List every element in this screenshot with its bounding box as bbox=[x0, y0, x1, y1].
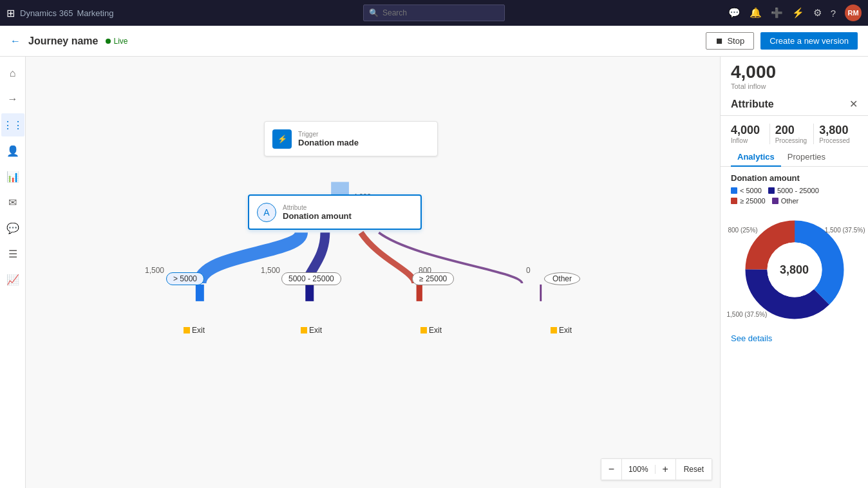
live-badge: Live bbox=[106, 37, 127, 46]
brand-name: Dynamics 365 bbox=[20, 8, 73, 18]
branch-node-4[interactable]: Other bbox=[544, 272, 580, 285]
zoom-controls: − 100% + Reset bbox=[601, 458, 712, 480]
exit-node-4: Exit bbox=[551, 326, 572, 335]
journey-canvas: 4,000 bbox=[26, 57, 720, 462]
bell-icon[interactable]: 🔔 bbox=[750, 7, 762, 19]
branch-node-3[interactable]: ≥ 25000 bbox=[412, 272, 454, 285]
branch-count-2: 1,500 bbox=[261, 266, 280, 275]
search-input[interactable] bbox=[382, 8, 486, 17]
zoom-out-button[interactable]: − bbox=[601, 459, 622, 480]
exit-label-3: Exit bbox=[420, 326, 442, 335]
exit-node-2: Exit bbox=[301, 326, 322, 335]
attribute-node[interactable]: A Attribute Donation amount bbox=[248, 194, 422, 230]
sidebar-item-arrow[interactable]: → bbox=[1, 88, 24, 111]
chart-label-top-left: 800 (25%) bbox=[728, 227, 758, 234]
stat-processing-label: Processing bbox=[775, 137, 809, 144]
inflow-value: 4,000 bbox=[731, 62, 858, 82]
trigger-name: Donation made bbox=[298, 138, 359, 147]
settings-icon[interactable]: ⚙ bbox=[813, 7, 822, 19]
panel-header: Attribute ✕ bbox=[721, 90, 868, 116]
live-dot bbox=[106, 39, 111, 44]
main-layout: ⌂ → ⋮⋮ 👤 📊 ✉ 💬 ☰ 📈 4,000 bbox=[0, 57, 868, 488]
exit-node-3: Exit bbox=[420, 326, 442, 335]
legend-label-4: Other bbox=[781, 197, 799, 205]
subheader: ← Journey name Live ⏹ Stop Create a new … bbox=[0, 26, 868, 57]
branch-count-4: 0 bbox=[526, 266, 531, 275]
help-icon[interactable]: ? bbox=[831, 8, 836, 19]
sidebar-item-analytics[interactable]: 📈 bbox=[1, 268, 24, 291]
search-icon: 🔍 bbox=[369, 8, 379, 17]
legend-dot-3 bbox=[731, 198, 737, 204]
branch-count-1: 1,500 bbox=[145, 266, 164, 275]
right-panel: 4,000 Total inflow Attribute ✕ 4,000 Inf… bbox=[720, 57, 868, 488]
legend-dot-4 bbox=[772, 198, 778, 204]
legend-label-1: < 5000 bbox=[740, 187, 762, 194]
exit-square-2 bbox=[301, 327, 307, 333]
tab-analytics[interactable]: Analytics bbox=[731, 147, 781, 167]
panel-tabs: Analytics Properties bbox=[721, 147, 868, 167]
branch-node-2[interactable]: 5000 - 25000 bbox=[281, 272, 341, 285]
left-sidebar: ⌂ → ⋮⋮ 👤 📊 ✉ 💬 ☰ 📈 bbox=[0, 57, 26, 488]
close-button[interactable]: ✕ bbox=[849, 98, 858, 110]
attribute-type-label: Attribute bbox=[283, 204, 352, 211]
sidebar-item-message[interactable]: 💬 bbox=[1, 216, 24, 239]
legend-dot-2 bbox=[768, 187, 775, 194]
zoom-reset-button[interactable]: Reset bbox=[676, 459, 712, 480]
add-icon[interactable]: ➕ bbox=[771, 7, 783, 19]
flow-svg: 4,000 bbox=[26, 57, 720, 462]
avatar[interactable]: RM bbox=[845, 5, 862, 21]
topbar-icons: 💬 🔔 ➕ ⚡ ⚙ ? RM bbox=[728, 5, 862, 21]
donut-center-value: 3,800 bbox=[780, 263, 809, 277]
brand: Dynamics 365 Marketing bbox=[20, 8, 113, 18]
inflow-label: Total inflow bbox=[731, 82, 858, 90]
exit-label-2: Exit bbox=[301, 326, 322, 335]
zoom-level: 100% bbox=[622, 465, 656, 474]
trigger-type-label: Trigger bbox=[298, 131, 359, 138]
attribute-name: Donation amount bbox=[283, 211, 352, 221]
exit-label-4: Exit bbox=[551, 326, 572, 335]
trigger-node[interactable]: ⚡ Trigger Donation made bbox=[264, 121, 438, 156]
legend-item-1: < 5000 bbox=[731, 187, 762, 194]
legend-item-4: Other bbox=[772, 197, 799, 205]
chart-container: 800 (25%) 1,500 (37.5%) 1,500 (37.5%) bbox=[721, 210, 868, 330]
subheader-actions: ⏹ Stop Create a new version bbox=[706, 32, 858, 50]
chart-label-bottom-left: 1,500 (37.5%) bbox=[727, 311, 768, 318]
section-title: Donation amount bbox=[721, 167, 868, 187]
create-version-button[interactable]: Create a new version bbox=[760, 32, 858, 50]
stat-processing-value: 200 bbox=[775, 124, 809, 137]
filter-icon[interactable]: ⚡ bbox=[792, 7, 804, 19]
see-details: See details bbox=[721, 330, 868, 352]
chat-icon[interactable]: 💬 bbox=[728, 7, 741, 19]
panel-title: Attribute bbox=[731, 99, 774, 110]
app-name: Marketing bbox=[77, 8, 113, 18]
back-button[interactable]: ← bbox=[10, 35, 21, 47]
live-label: Live bbox=[113, 37, 127, 46]
sidebar-item-people[interactable]: 👤 bbox=[1, 139, 24, 162]
stop-button[interactable]: ⏹ Stop bbox=[706, 32, 754, 50]
svg-rect-4 bbox=[417, 285, 422, 301]
search-bar[interactable]: 🔍 bbox=[363, 5, 505, 21]
sidebar-item-email[interactable]: ✉ bbox=[1, 191, 24, 214]
sidebar-item-list[interactable]: ☰ bbox=[1, 242, 24, 265]
zoom-in-button[interactable]: + bbox=[656, 459, 676, 480]
sidebar-item-home[interactable]: ⌂ bbox=[1, 62, 24, 85]
stat-processed-value: 3,800 bbox=[819, 124, 853, 137]
exit-node-1: Exit bbox=[184, 326, 205, 335]
see-details-link[interactable]: See details bbox=[731, 333, 772, 343]
stat-inflow: 4,000 Inflow bbox=[731, 124, 770, 144]
stop-icon: ⏹ bbox=[715, 36, 724, 46]
legend-label-2: 5000 - 25000 bbox=[777, 187, 819, 194]
exit-square-1 bbox=[184, 327, 190, 333]
sidebar-item-journey[interactable]: ⋮⋮ bbox=[1, 113, 24, 136]
grid-icon[interactable]: ⊞ bbox=[6, 7, 15, 19]
sidebar-item-chart[interactable]: 📊 bbox=[1, 165, 24, 188]
svg-rect-5 bbox=[540, 285, 542, 301]
stop-label: Stop bbox=[727, 36, 744, 46]
tab-properties[interactable]: Properties bbox=[781, 147, 832, 167]
legend-item-3: ≥ 25000 bbox=[731, 197, 766, 205]
page-title: Journey name bbox=[28, 35, 98, 47]
stat-inflow-value: 4,000 bbox=[731, 124, 764, 137]
attribute-node-labels: Attribute Donation amount bbox=[283, 204, 352, 221]
exit-square-4 bbox=[551, 327, 557, 333]
branch-node-1[interactable]: > 5000 bbox=[166, 272, 204, 285]
